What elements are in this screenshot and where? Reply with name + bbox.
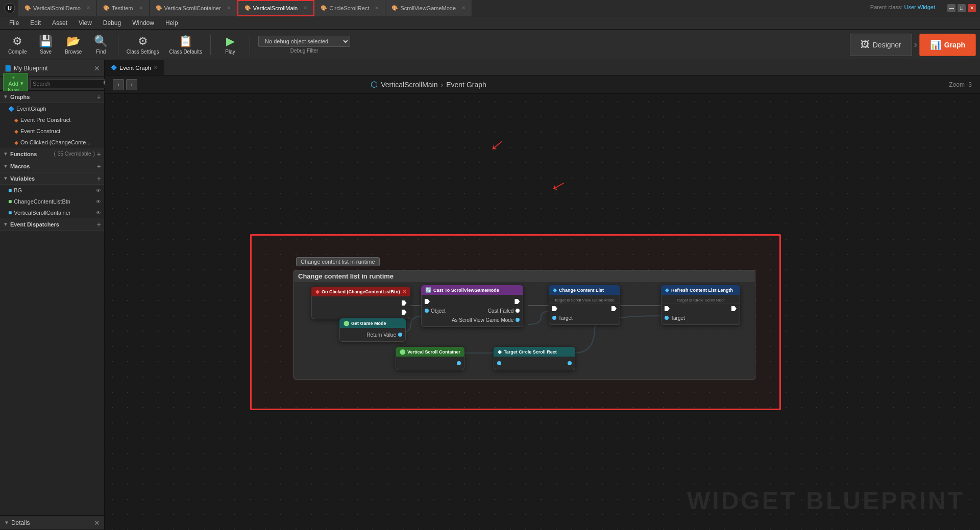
navigate-forward-button[interactable]: › (126, 79, 137, 90)
menu-edit[interactable]: Edit (25, 18, 46, 28)
debug-filter-select[interactable]: No debug object selected (258, 36, 350, 47)
browse-button[interactable]: 📂 Browse (61, 33, 86, 57)
pin-exec-in (549, 304, 576, 313)
my-blueprint-collapse-button[interactable]: ✕ (94, 64, 100, 72)
toolbar-separator-3 (250, 35, 250, 55)
diamond-icon: ◆ (14, 140, 18, 145)
tab-vertical-scroll-main[interactable]: 🎨 VerticalScrollMain ✕ (237, 0, 314, 16)
event-pre-construct-item[interactable]: ◆ Event Pre Construct (0, 114, 104, 125)
navigate-back-button[interactable]: ‹ (113, 79, 124, 90)
class-settings-button[interactable]: ⚙ Class Settings (122, 33, 163, 57)
find-button[interactable]: 🔍 Find (88, 33, 114, 57)
tab-scroll-view-game-mode[interactable]: 🎨 ScrollViewGameMode ✕ (385, 0, 472, 16)
vert-scroll-body (396, 357, 464, 370)
tab-circle-scroll-rect[interactable]: 🎨 CircleScrollRect ✕ (314, 0, 385, 16)
pin-as-scroll: As Scroll View Game Mode (449, 315, 523, 324)
debug-filter: No debug object selected Debug Filter (258, 36, 350, 54)
breadcrumb-separator: › (441, 81, 444, 89)
pin-target-in: Target (549, 313, 576, 322)
search-input[interactable] (33, 81, 103, 87)
input-pin (497, 361, 501, 365)
details-collapse-button[interactable]: ✕ (94, 519, 100, 527)
variables-section-header[interactable]: ▼ Variables + (0, 172, 104, 185)
menu-window[interactable]: Window (127, 18, 159, 28)
tab-vertical-scroll-demo[interactable]: 🎨 VerticalScrollDemo ✕ (18, 0, 97, 16)
vertical-scroll-container-node[interactable]: ⬤ Vertical Scroll Container (396, 347, 464, 370)
designer-button[interactable]: 🖼 Designer (850, 34, 912, 56)
change-content-btn-variable-item[interactable]: ■ ChangeContentListBtn 👁 (0, 196, 104, 207)
menu-debug[interactable]: Debug (98, 18, 126, 28)
tab-close-icon[interactable]: ✕ (461, 5, 465, 11)
output-pin (568, 361, 572, 365)
event-dispatchers-section-header[interactable]: ▼ Event Dispatchers + (0, 218, 104, 231)
window-minimize-button[interactable]: — (947, 4, 955, 12)
arrow-annotation-1: → (482, 131, 513, 161)
menu-asset[interactable]: Asset (47, 18, 72, 28)
pin-exec-out (312, 298, 410, 308)
add-function-button[interactable]: + (97, 150, 101, 158)
variable-expose-icon: 👁 (96, 199, 101, 205)
object-pin (425, 309, 429, 313)
find-icon: 🔍 (94, 35, 108, 48)
output-pin (457, 361, 461, 365)
breadcrumb-path: ⬡ VerticalScrollMain › Event Graph (371, 80, 486, 89)
bg-variable-item[interactable]: ■ BG 👁 (0, 185, 104, 196)
details-header: ▼ Details ✕ (0, 516, 104, 530)
save-button[interactable]: 💾 Save (33, 33, 59, 57)
add-variable-button[interactable]: + (97, 174, 101, 183)
tab-test-item[interactable]: 🎨 TestItem ✕ (97, 0, 150, 16)
graph-canvas[interactable]: → → Change content list in runtime Chang… (105, 94, 980, 530)
pin-object-in: Object (422, 306, 449, 315)
eventgraph-item[interactable]: 🔷 EventGraph (0, 103, 104, 114)
tab-close-icon[interactable]: ✕ (139, 5, 143, 11)
tab-close-icon[interactable]: ✕ (375, 5, 379, 11)
on-clicked-item[interactable]: ◆ On Clicked (ChangeConte... (0, 137, 104, 148)
macros-section-header[interactable]: ▼ Macros + (0, 160, 104, 172)
tab-close-icon[interactable]: ✕ (227, 5, 231, 11)
tab-icon: 🎨 (321, 5, 327, 11)
add-macro-button[interactable]: + (97, 162, 101, 170)
menu-view[interactable]: View (74, 18, 97, 28)
details-collapse-icon: ▼ (4, 520, 9, 525)
get-game-mode-header: ⬤ Get Game Mode (339, 318, 406, 328)
zoom-level: Zoom -3 (949, 81, 972, 88)
add-event-dispatcher-button[interactable]: + (97, 220, 101, 229)
compile-icon: ⚙ (12, 35, 22, 48)
functions-section-header[interactable]: ▼ Functions (35 Overridable) + (0, 148, 104, 160)
parent-class-info: Parent class: User Widget (870, 4, 935, 12)
pin-output (565, 359, 575, 368)
on-clicked-node[interactable]: ◆ On Clicked (ChangeContentListBtn) ✕ (311, 287, 410, 319)
event-graph-tab-close[interactable]: ✕ (154, 65, 158, 70)
class-defaults-button[interactable]: 📋 Class Defaults (165, 33, 206, 57)
tab-close-icon[interactable]: ✕ (86, 5, 90, 11)
event-construct-item[interactable]: ◆ Event Construct (0, 125, 104, 137)
exec-out-pin (611, 306, 617, 311)
cast-icon: 🔄 (425, 287, 431, 293)
on-clicked-body (311, 296, 410, 319)
tab-close-icon[interactable]: ✕ (303, 5, 307, 11)
event-graph-tab[interactable]: 🔷 Event Graph ✕ (105, 60, 164, 75)
window-maximize-button[interactable]: □ (958, 4, 966, 12)
window-close-button[interactable]: ✕ (968, 4, 976, 12)
variable-type-icon: ■ (8, 198, 12, 205)
menu-file[interactable]: File (4, 18, 24, 28)
menu-help[interactable]: Help (160, 18, 183, 28)
save-icon: 💾 (39, 35, 53, 48)
change-content-node[interactable]: ◆ Change Content List Target is Scroll V… (549, 285, 620, 325)
graph-button[interactable]: 📊 Graph (919, 34, 976, 56)
play-button[interactable]: ▶ Play (215, 33, 246, 57)
refresh-content-node[interactable]: ◆ Refresh Content List Length Target is … (661, 285, 740, 325)
arrow-annotation-2: → (544, 172, 573, 202)
cast-to-node[interactable]: 🔄 Cast To ScrollViewGameMode Object (421, 285, 523, 327)
vertical-scroll-container-variable-item[interactable]: ■ VerticalScrollContainer 👁 (0, 207, 104, 218)
graphs-section-header[interactable]: ▼ Graphs + (0, 91, 104, 103)
pin-target-in: Target (662, 313, 688, 322)
change-content-header: ◆ Change Content List (549, 285, 620, 295)
function-icon: ◆ (665, 287, 669, 293)
compile-button[interactable]: ⚙ Compile (4, 33, 31, 57)
target-circle-node[interactable]: ◆ Target Circle Scroll Rect (494, 347, 575, 370)
tab-vertical-scroll-container[interactable]: 🎨 VerticalScrollContainer ✕ (150, 0, 237, 16)
get-game-mode-node[interactable]: ⬤ Get Game Mode Return Value (339, 318, 406, 342)
add-graph-button[interactable]: + (97, 93, 101, 101)
exec-out-pin (402, 300, 407, 306)
